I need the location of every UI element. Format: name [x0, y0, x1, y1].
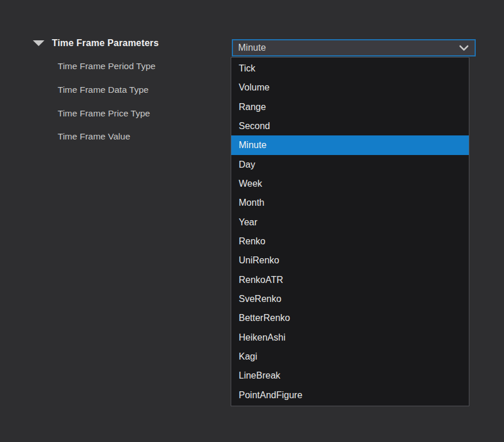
property-label[interactable]: Time Frame Value — [58, 125, 156, 149]
dropdown-option[interactable]: Minute — [231, 135, 469, 154]
property-label[interactable]: Time Frame Period Type — [58, 55, 156, 78]
time-frame-period-type-combobox[interactable]: Minute — [232, 39, 476, 56]
property-label[interactable]: Time Frame Price Type — [58, 102, 156, 126]
dropdown-option[interactable]: LineBreak — [231, 366, 469, 385]
dropdown-option[interactable]: Month — [231, 193, 469, 212]
chevron-down-icon[interactable] — [459, 45, 469, 51]
group-header-label: Time Frame Parameters — [52, 38, 159, 48]
dropdown-option[interactable]: Kagi — [231, 347, 469, 366]
property-label[interactable]: Time Frame Data Type — [58, 78, 156, 102]
dropdown-option[interactable]: UniRenko — [231, 251, 469, 270]
period-type-dropdown-list: Tick Volume Range Second Minute Day Week… — [231, 57, 469, 406]
dropdown-option[interactable]: Renko — [231, 232, 469, 251]
combobox-selected-value: Minute — [238, 43, 266, 53]
dropdown-option[interactable]: Second — [231, 116, 469, 135]
dropdown-option[interactable]: Week — [231, 174, 469, 193]
dropdown-option[interactable]: Tick — [231, 59, 469, 78]
dropdown-option[interactable]: Year — [231, 213, 469, 232]
property-list: Time Frame Period Type Time Frame Data T… — [58, 55, 156, 149]
property-grid-panel: Time Frame Parameters Time Frame Period … — [0, 0, 504, 442]
dropdown-option[interactable]: BetterRenko — [231, 308, 469, 327]
group-header-time-frame-parameters[interactable]: Time Frame Parameters — [33, 36, 159, 51]
dropdown-option[interactable]: Range — [231, 97, 469, 116]
dropdown-option[interactable]: RenkoATR — [231, 270, 469, 289]
dropdown-option[interactable]: Day — [231, 155, 469, 174]
dropdown-option[interactable]: PointAndFigure — [231, 386, 469, 405]
dropdown-option[interactable]: SveRenko — [231, 289, 469, 308]
dropdown-option[interactable]: Volume — [231, 78, 469, 97]
expander-triangle-icon[interactable] — [33, 40, 44, 46]
dropdown-option[interactable]: HeikenAshi — [231, 328, 469, 347]
